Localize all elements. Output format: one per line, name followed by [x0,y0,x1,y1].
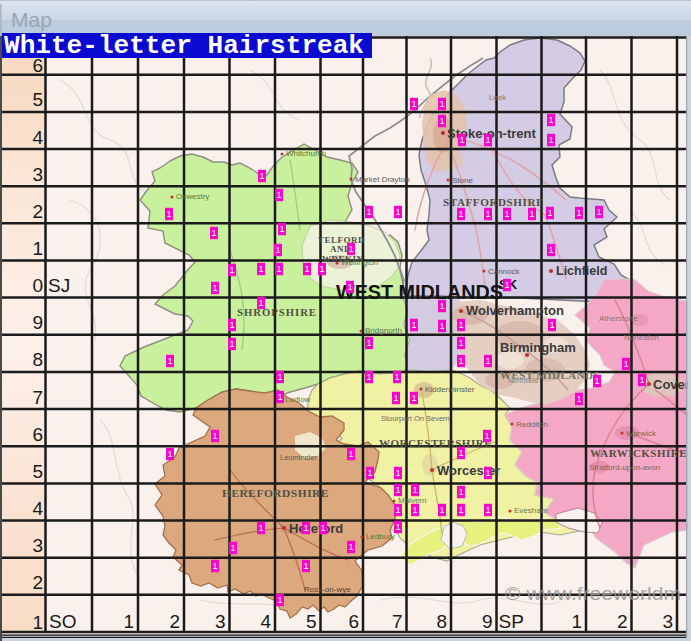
svg-text:5: 5 [32,461,43,482]
svg-text:1: 1 [548,115,553,125]
svg-text:SP: SP [499,611,524,632]
svg-text:1: 1 [304,264,309,274]
svg-text:1: 1 [319,264,324,274]
svg-text:1: 1 [458,338,463,348]
svg-text:1: 1 [529,209,534,219]
svg-text:1: 1 [167,449,172,459]
svg-text:1: 1 [258,264,263,274]
svg-text:1: 1 [411,320,416,330]
svg-text:1: 1 [639,375,644,385]
svg-text:Coventry: Coventry [653,377,691,392]
svg-text:9: 9 [32,312,43,333]
svg-text:Map: Map [11,8,52,31]
svg-text:1: 1 [366,372,371,382]
svg-text:1: 1 [571,611,582,632]
svg-text:2: 2 [32,572,43,593]
svg-text:1: 1 [458,209,463,219]
svg-text:1: 1 [485,468,490,478]
svg-text:1: 1 [395,468,400,478]
svg-text:Whitchurch: Whitchurch [286,149,326,158]
svg-text:1: 1 [439,321,444,331]
svg-text:1: 1 [485,209,490,219]
svg-text:3: 3 [215,611,226,632]
svg-text:0: 0 [32,275,43,296]
svg-text:1: 1 [167,356,172,366]
svg-text:8: 8 [32,349,43,370]
svg-text:Kidderminster: Kidderminster [425,385,475,394]
svg-text:1: 1 [303,523,308,533]
svg-text:Leominster: Leominster [280,453,318,462]
svg-text:1: 1 [548,245,553,255]
svg-text:1: 1 [276,264,281,274]
svg-text:WARWICKSHIRE: WARWICKSHIRE [590,447,687,459]
svg-text:7: 7 [392,611,403,632]
svg-text:Malvern: Malvern [398,496,426,505]
svg-text:SHROPSHIRE: SHROPSHIRE [237,306,317,318]
svg-text:1: 1 [504,280,509,290]
svg-text:1: 1 [459,135,464,145]
svg-text:Lichfield: Lichfield [556,264,607,278]
svg-text:Leek: Leek [489,93,507,102]
svg-text:Northfield: Northfield [508,377,538,384]
svg-text:3: 3 [32,535,43,556]
svg-text:1: 1 [229,320,234,330]
svg-text:1: 1 [439,505,444,515]
svg-text:Birmingham: Birmingham [500,340,576,355]
svg-text:Bridgnorth: Bridgnorth [365,326,402,335]
svg-text:4: 4 [260,611,271,632]
svg-text:1: 1 [277,372,282,382]
svg-text:1: 1 [212,431,217,441]
svg-text:7: 7 [32,387,43,408]
svg-text:1: 1 [485,135,490,145]
svg-text:9: 9 [482,611,493,632]
svg-text:Stone: Stone [452,176,473,185]
svg-text:4: 4 [32,498,43,519]
svg-text:1: 1 [458,448,463,458]
svg-text:Evesham: Evesham [514,506,548,515]
svg-text:Wellington: Wellington [341,258,378,267]
svg-text:1: 1 [596,207,601,217]
svg-text:1: 1 [411,393,416,403]
svg-text:1: 1 [395,207,400,217]
svg-text:1: 1 [275,245,280,255]
svg-text:1: 1 [504,209,509,219]
svg-text:Redditch: Redditch [516,420,548,429]
svg-text:1: 1 [123,611,134,632]
svg-text:1: 1 [276,190,281,200]
svg-text:Atherstone: Atherstone [599,314,638,323]
svg-text:1: 1 [277,595,282,605]
svg-text:Hereford: Hereford [289,521,343,536]
svg-text:1: 1 [166,209,171,219]
svg-text:1: 1 [485,356,490,366]
svg-text:1: 1 [411,99,416,109]
svg-text:Market Drayton: Market Drayton [355,175,410,184]
svg-text:1: 1 [439,116,444,126]
svg-text:1: 1 [485,505,490,515]
svg-text:SJ: SJ [48,275,70,296]
svg-text:Wolverhampton: Wolverhampton [466,303,564,318]
svg-text:1: 1 [320,523,325,533]
svg-text:1: 1 [484,431,489,441]
svg-text:1: 1 [547,208,552,218]
svg-text:1: 1 [594,376,599,386]
svg-text:1: 1 [412,505,417,515]
svg-text:Stourport On Severn: Stourport On Severn [381,414,450,423]
svg-text:Warwick: Warwick [626,429,657,438]
svg-text:1: 1 [395,505,400,515]
svg-text:1: 1 [439,301,444,311]
svg-text:2: 2 [617,611,628,632]
svg-text:1: 1 [623,359,628,369]
svg-text:1: 1 [367,468,372,478]
svg-text:6: 6 [32,424,43,445]
svg-text:1: 1 [277,392,282,402]
svg-text:STAFFORDSHIRE: STAFFORDSHIRE [443,197,544,208]
svg-text:1: 1 [229,265,234,275]
svg-text:2: 2 [169,611,180,632]
svg-text:Ledbury: Ledbury [366,532,395,541]
svg-text:1: 1 [366,207,371,217]
svg-text:1: 1 [576,394,581,404]
svg-text:1: 1 [32,612,43,633]
svg-text:6: 6 [348,611,359,632]
svg-text:1: 1 [394,372,399,382]
svg-text:Oswestry: Oswestry [176,192,209,201]
